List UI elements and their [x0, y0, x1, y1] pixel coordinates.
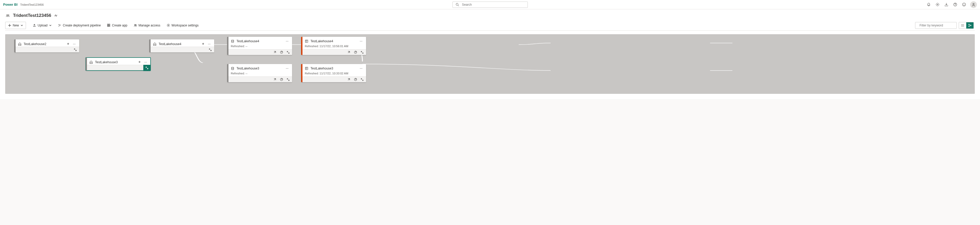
- open-icon[interactable]: [347, 78, 350, 81]
- dataset-icon: [231, 40, 234, 43]
- toolbar: New Upload Create deployment pipeline Cr…: [5, 20, 975, 30]
- svg-line-1: [458, 5, 459, 6]
- new-button[interactable]: New: [5, 22, 26, 29]
- global-search[interactable]: [452, 2, 528, 8]
- svg-point-37: [232, 67, 234, 68]
- more-icon[interactable]: [72, 42, 76, 46]
- node-title: TestLakehouse3: [310, 67, 357, 70]
- svg-point-10: [8, 14, 9, 16]
- global-search-input[interactable]: [461, 3, 525, 7]
- node-stripe: [227, 64, 228, 82]
- create-pipeline-button[interactable]: Create deployment pipeline: [55, 22, 103, 29]
- node-title: TestLakehouse4: [310, 40, 357, 43]
- expand-icon[interactable]: [73, 48, 77, 52]
- new-button-label: New: [13, 24, 19, 27]
- view-list-button[interactable]: [959, 22, 966, 29]
- notifications-icon[interactable]: [926, 2, 931, 7]
- node-subtitle: Refreshed: --: [227, 72, 292, 76]
- svg-point-27: [145, 62, 146, 62]
- more-icon[interactable]: [359, 39, 363, 44]
- lakehouse-icon: [153, 42, 156, 46]
- breadcrumb[interactable]: TridentTest123456: [20, 3, 44, 6]
- svg-point-17: [168, 25, 169, 26]
- expand-icon[interactable]: [360, 78, 364, 81]
- brand[interactable]: Power BI: [3, 3, 18, 6]
- top-bar: Power BI TridentTest123456: [0, 0, 980, 10]
- avatar[interactable]: [970, 1, 977, 8]
- svg-point-6: [963, 4, 964, 5]
- lineage-canvas[interactable]: TestLakehouse2 TestLakeho: [5, 34, 975, 94]
- node-title: TestLakehouse4: [237, 40, 283, 43]
- create-pipeline-label: Create deployment pipeline: [63, 24, 101, 27]
- node-dataset-4-default[interactable]: TestLakehouse4 Refreshed: --: [227, 37, 292, 55]
- open-icon[interactable]: [273, 51, 277, 54]
- node-lakehouse-2[interactable]: TestLakehouse2: [14, 40, 79, 52]
- more-icon[interactable]: [207, 42, 212, 46]
- more-icon[interactable]: [285, 66, 290, 71]
- chevron-down-icon: [49, 24, 52, 27]
- expand-icon[interactable]: [208, 48, 212, 52]
- svg-point-43: [360, 41, 361, 41]
- node-subtitle: Refreshed: 11/17/22, 10:33:02 AM: [301, 72, 366, 76]
- node-lakehouse-3[interactable]: TestLakehouse3: [86, 57, 151, 71]
- svg-point-33: [286, 41, 286, 41]
- expand-icon[interactable]: [360, 51, 364, 54]
- expand-icon[interactable]: [286, 78, 290, 81]
- node-stripe: [14, 40, 16, 52]
- svg-point-29: [208, 44, 209, 44]
- svg-point-48: [360, 68, 361, 69]
- toolbar-right: [915, 22, 975, 29]
- open-icon[interactable]: [347, 51, 350, 54]
- workspace-settings-button[interactable]: Workspace settings: [164, 22, 202, 29]
- filter-input-wrap[interactable]: [915, 22, 957, 29]
- node-stripe: [301, 64, 302, 82]
- analyze-icon[interactable]: [353, 51, 357, 54]
- upload-button[interactable]: Upload: [30, 22, 54, 29]
- expand-icon[interactable]: [143, 65, 151, 71]
- node-dataset-3-sql[interactable]: TestLakehouse3 Refreshed: 11/17/22, 10:3…: [301, 64, 366, 82]
- svg-rect-14: [109, 25, 110, 27]
- more-icon[interactable]: [143, 60, 148, 65]
- node-subtitle: Refreshed: --: [227, 44, 292, 49]
- svg-point-5: [963, 3, 966, 6]
- svg-rect-42: [305, 40, 308, 43]
- help-icon[interactable]: [953, 2, 958, 7]
- upload-label: Upload: [38, 24, 48, 27]
- svg-point-24: [74, 44, 75, 44]
- workspace-icon: [5, 13, 10, 18]
- svg-point-35: [288, 41, 288, 41]
- node-title: TestLakehouse4: [159, 42, 199, 46]
- filter-input[interactable]: [919, 23, 959, 27]
- settings-icon[interactable]: [935, 2, 940, 7]
- node-title: TestLakehouse3: [95, 60, 135, 64]
- svg-point-26: [145, 62, 145, 62]
- node-stripe: [149, 40, 151, 52]
- manage-access-label: Manage access: [138, 24, 161, 27]
- expand-icon[interactable]: [286, 51, 290, 54]
- svg-point-45: [362, 41, 363, 41]
- svg-point-50: [362, 68, 363, 69]
- more-icon[interactable]: [285, 39, 290, 44]
- chevron-down-icon: [21, 24, 23, 27]
- download-icon[interactable]: [943, 2, 949, 7]
- svg-point-31: [210, 44, 210, 44]
- dataset-icon: [231, 67, 234, 70]
- manage-access-button[interactable]: Manage access: [131, 22, 163, 29]
- node-lakehouse-4[interactable]: TestLakehouse4: [149, 40, 214, 52]
- node-dataset-3-default[interactable]: TestLakehouse3 Refreshed: --: [227, 64, 292, 82]
- node-stripe: [301, 37, 302, 55]
- node-dataset-4-sql[interactable]: TestLakehouse4 Refreshed: 11/17/22, 10:5…: [301, 37, 366, 55]
- node-title: TestLakehouse2: [24, 42, 64, 46]
- dataset-icon: [305, 40, 309, 43]
- analyze-icon[interactable]: [353, 78, 357, 81]
- more-icon[interactable]: [359, 66, 363, 71]
- view-lineage-button[interactable]: [966, 22, 974, 29]
- create-app-button[interactable]: Create app: [104, 22, 130, 29]
- node-stripe: [227, 37, 228, 55]
- feedback-icon[interactable]: [961, 2, 967, 7]
- search-icon: [455, 2, 460, 7]
- analyze-icon[interactable]: [280, 78, 283, 81]
- analyze-icon[interactable]: [280, 51, 283, 54]
- open-icon[interactable]: [273, 78, 277, 81]
- workspace-type-icon: [54, 13, 58, 17]
